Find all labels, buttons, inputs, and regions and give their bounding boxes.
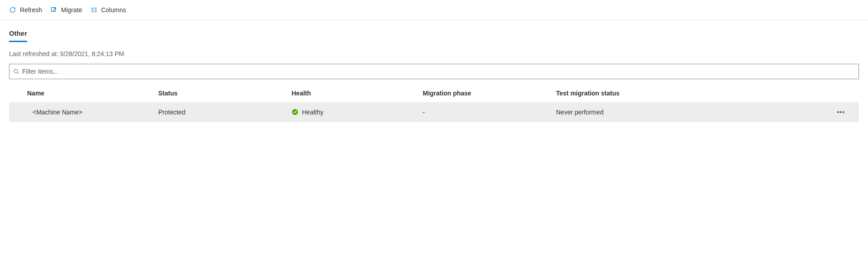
migrate-button[interactable]: Migrate: [50, 6, 82, 14]
row-actions-button[interactable]: •••: [832, 109, 850, 116]
header-health[interactable]: Health: [292, 90, 423, 97]
refresh-button[interactable]: Refresh: [9, 6, 42, 14]
machines-table: Name Status Health Migration phase Test …: [9, 84, 859, 122]
migrate-label: Migrate: [61, 6, 82, 14]
filter-box[interactable]: [9, 64, 859, 79]
last-refreshed-prefix: Last refreshed at:: [9, 50, 60, 57]
cell-test-migration-status: Never performed: [556, 109, 832, 116]
refresh-label: Refresh: [20, 6, 42, 14]
header-migration-phase[interactable]: Migration phase: [423, 90, 556, 97]
cell-migration-phase: -: [423, 109, 556, 116]
columns-icon: [90, 6, 98, 14]
cell-name: <Machine Name>: [27, 109, 158, 116]
tab-other[interactable]: Other: [9, 29, 27, 42]
columns-button[interactable]: Columns: [90, 6, 126, 14]
svg-point-9: [292, 109, 298, 115]
filter-container: [9, 64, 859, 79]
refresh-icon: [9, 6, 16, 14]
cell-status: Protected: [158, 109, 292, 116]
health-ok-icon: [292, 109, 298, 115]
header-test-migration-status[interactable]: Test migration status: [556, 90, 832, 97]
header-name[interactable]: Name: [27, 90, 158, 97]
cell-health: Healthy: [292, 109, 423, 116]
header-status[interactable]: Status: [158, 90, 292, 97]
cell-health-text: Healthy: [302, 109, 323, 116]
last-refreshed-value: 9/28/2021, 8:24:13 PM: [60, 50, 124, 57]
table-row[interactable]: <Machine Name> Protected Healthy - Never…: [9, 103, 859, 122]
toolbar: Refresh Migrate Columns: [0, 0, 868, 20]
content-area: Other Last refreshed at: 9/28/2021, 8:24…: [0, 20, 868, 131]
search-icon: [13, 68, 19, 75]
columns-label: Columns: [101, 6, 126, 14]
last-refreshed-text: Last refreshed at: 9/28/2021, 8:24:13 PM: [9, 50, 859, 57]
filter-input[interactable]: [22, 68, 855, 75]
svg-point-7: [14, 69, 18, 73]
table-header-row: Name Status Health Migration phase Test …: [9, 84, 859, 103]
migrate-icon: [50, 6, 57, 14]
svg-line-8: [17, 72, 19, 74]
tab-strip: Other: [9, 29, 859, 42]
